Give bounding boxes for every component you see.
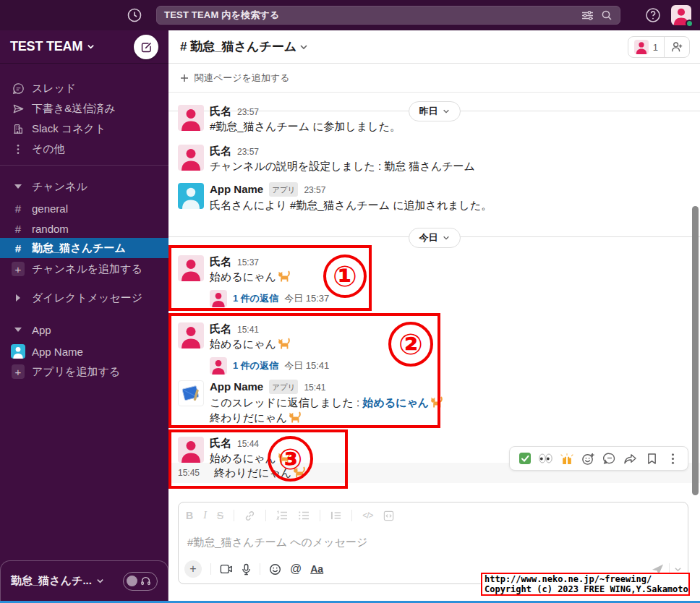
message-composer[interactable]: B I S </> (178, 502, 688, 584)
check-mark-reaction-button[interactable] (517, 450, 533, 466)
sender-name[interactable]: App Name (210, 380, 263, 393)
add-bookmark-row[interactable]: 関連ページを追加する (168, 64, 700, 93)
date-pill-yesterday[interactable]: 昨日 (409, 101, 461, 121)
bold-button[interactable]: B (186, 510, 193, 521)
sender-name[interactable]: 氏名 (210, 437, 231, 450)
timestamp[interactable]: 15:44 (237, 437, 259, 450)
sidebar-item-slack-connect[interactable]: Slack コネクト (0, 119, 168, 139)
user-avatar[interactable] (671, 5, 691, 25)
italic-button[interactable]: I (203, 510, 207, 521)
app-avatar[interactable] (178, 183, 204, 209)
message-text: チャンネルの説明を設定しました : 勤怠 猫さんチーム (210, 158, 475, 174)
code-block-icon[interactable] (383, 510, 394, 521)
message-input[interactable]: #勤怠_猫さんチーム へのメッセージ (187, 536, 367, 549)
show-formatting-button[interactable]: Aa (310, 563, 323, 575)
message-m1: 氏名 23:57 #勤怠_猫さんチーム に参加しました。 (178, 105, 401, 134)
sidebar-channel-kintai-selected[interactable]: # 勤怠_猫さんチーム (0, 238, 168, 258)
timestamp[interactable]: 23:57 (237, 106, 259, 119)
add-app-button[interactable]: + アプリを追加する (0, 362, 168, 382)
members-button[interactable]: 1 (628, 37, 664, 57)
bookmark-message-button[interactable] (644, 450, 660, 466)
building-icon (12, 123, 25, 134)
attach-plus-button[interactable]: + (184, 560, 202, 578)
channel-title[interactable]: # 勤怠_猫さんチーム (180, 38, 296, 55)
formatting-toolbar: B I S </> (186, 507, 394, 524)
sidebar-item-more[interactable]: その他 (0, 139, 168, 159)
history-icon[interactable] (126, 7, 143, 24)
more-actions-button[interactable] (665, 450, 680, 466)
thread-reply-row[interactable]: 1 件の返信 今日 15:37 (210, 290, 329, 307)
thread-reply-row[interactable]: 1 件の返信 今日 15:41 (210, 357, 329, 375)
apps-section-header[interactable]: App (0, 320, 168, 340)
raised-hands-reaction-button[interactable] (559, 450, 575, 466)
dm-section-header[interactable]: ダイレクトメッセージ (0, 288, 168, 308)
sidebar-item-label: スレッド (32, 82, 76, 95)
share-message-button[interactable] (623, 450, 639, 466)
timestamp[interactable]: 23:57 (304, 184, 325, 197)
add-channel-button[interactable]: + チャンネルを追加する (0, 259, 168, 279)
emoji-button[interactable] (269, 563, 281, 576)
composer-placeholder: #勤怠_猫さんチーム へのメッセージ (187, 536, 367, 548)
cat-emoji (293, 466, 306, 479)
add-app-label: アプリを追加する (32, 365, 120, 379)
sidebar-channel-random[interactable]: # random (0, 218, 168, 239)
search-icon[interactable] (601, 9, 612, 21)
app-book-avatar[interactable] (178, 380, 204, 406)
ordered-list-icon[interactable] (276, 510, 288, 521)
annotation-number-1: ① (323, 255, 367, 298)
date-pill-today[interactable]: 今日 (409, 228, 461, 248)
chevron-down-icon (87, 43, 95, 51)
reply-in-thread-button[interactable] (602, 450, 618, 466)
workspace-switcher[interactable]: TEST TEAM (0, 30, 168, 64)
annotation-number-2: ② (388, 322, 433, 367)
sidebar-item-drafts-sent[interactable]: 下書き&送信済み (0, 98, 168, 119)
timestamp[interactable]: 15:41 (304, 381, 325, 394)
sender-name[interactable]: 氏名 (210, 322, 231, 335)
strikethrough-button[interactable]: S (217, 510, 223, 521)
thread-replies-link[interactable]: 1 件の返信 (233, 359, 278, 372)
eyes-reaction-button[interactable] (538, 450, 554, 466)
thread-replies-link[interactable]: 1 件の返信 (233, 292, 278, 305)
timestamp[interactable]: 23:57 (237, 145, 259, 158)
app-name-label: App Name (32, 346, 83, 358)
audio-clip-button[interactable] (242, 563, 251, 576)
plus-icon (180, 74, 189, 82)
video-clip-button[interactable] (220, 564, 233, 574)
link-icon[interactable] (244, 510, 255, 521)
message-m4: 氏名 15:37 始めるにゃん 1 件の返信 今日 15:37 (178, 255, 329, 307)
avatar[interactable] (178, 255, 204, 281)
avatar[interactable] (178, 322, 204, 348)
code-icon[interactable]: </> (362, 510, 372, 521)
thread-message-link[interactable]: 始めるにゃん (362, 396, 429, 409)
help-icon[interactable] (644, 7, 662, 24)
avatar[interactable] (178, 437, 204, 463)
avatar[interactable] (178, 145, 204, 171)
avatar[interactable] (178, 105, 204, 131)
sidebar-channel-general[interactable]: # general (0, 198, 168, 218)
send-options-chevron[interactable] (674, 565, 682, 573)
message-text: 始めるにゃん (210, 336, 329, 351)
headphones-icon (140, 576, 151, 586)
add-reaction-button[interactable] (580, 450, 596, 466)
blockquote-icon[interactable] (330, 510, 341, 521)
scrollbar-thumb[interactable] (692, 206, 699, 495)
timestamp[interactable]: 15:41 (237, 323, 259, 336)
message-text: このスレッドに返信しました : 始めるにゃん (210, 395, 443, 410)
add-channel-label: チャンネルを追加する (32, 262, 142, 276)
huddle-channel-label[interactable]: 勤怠_猫さんチ... (11, 574, 92, 588)
new-message-button[interactable] (134, 35, 158, 59)
sender-name[interactable]: App Name (210, 183, 263, 196)
sender-name[interactable]: 氏名 (210, 145, 231, 158)
invite-button[interactable] (664, 37, 689, 57)
channels-section-header[interactable]: チャンネル (0, 176, 168, 197)
huddle-toggle[interactable] (123, 572, 158, 591)
sender-name[interactable]: 氏名 (210, 105, 231, 118)
sidebar-app-name[interactable]: App Name (0, 341, 168, 362)
search-input[interactable]: TEST TEAM 内を検索する (156, 6, 620, 25)
filter-icon[interactable] (581, 9, 594, 22)
sidebar-item-threads[interactable]: スレッド (0, 78, 168, 98)
bulleted-list-icon[interactable] (298, 510, 310, 521)
timestamp[interactable]: 15:37 (237, 256, 259, 269)
mention-button[interactable]: @ (290, 563, 302, 576)
sender-name[interactable]: 氏名 (210, 255, 231, 268)
